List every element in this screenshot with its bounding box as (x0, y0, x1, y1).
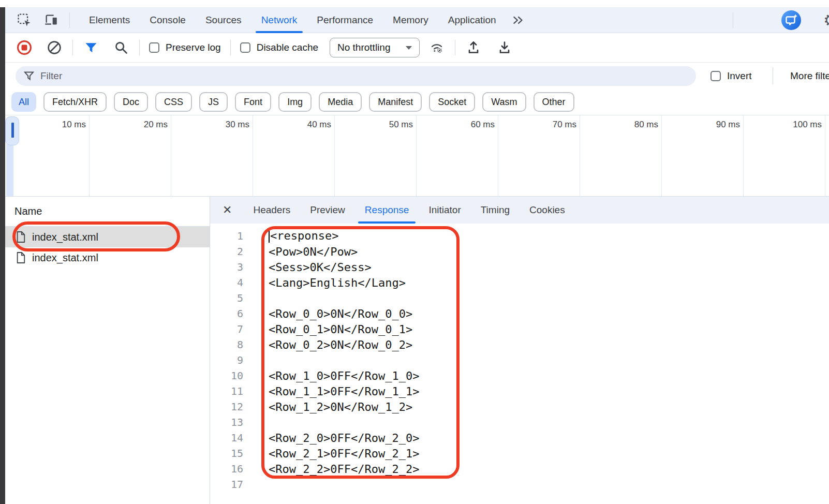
line-number: 14 (210, 432, 246, 444)
network-split-view: Name index_stat.xml index_stat.xml (5, 197, 829, 504)
more-tabs-chevron-icon[interactable] (509, 11, 527, 29)
line-number: 15 (210, 447, 246, 459)
chip-js[interactable]: JS (199, 92, 228, 112)
timeline-tick-label: 10 ms (62, 120, 86, 130)
document-icon (16, 251, 26, 264)
request-row-selected[interactable]: index_stat.xml (5, 227, 210, 247)
code-line: 7<Row_0_1>0N</Row_0_1> (210, 321, 829, 337)
code-line: 10<Row_1_0>0FF</Row_1_0> (210, 368, 829, 383)
tab-headers[interactable]: Headers (243, 197, 300, 224)
line-number: 16 (210, 463, 246, 475)
tab-cookies[interactable]: Cookies (520, 197, 575, 224)
timeline-gridline: 60 ms (498, 115, 498, 196)
toolbar-divider (230, 40, 231, 55)
request-row[interactable]: index_stat.xml (5, 247, 210, 268)
filter-input-pill[interactable] (16, 66, 696, 86)
code-line: 1<response> (210, 228, 829, 244)
request-list-panel: Name index_stat.xml index_stat.xml (5, 197, 210, 504)
chip-other[interactable]: Other (534, 92, 574, 112)
timeline-tick-label: 100 ms (793, 120, 822, 130)
preserve-log-label[interactable]: Preserve log (166, 42, 221, 53)
main-tab-bar: Elements Console Sources Network Perform… (5, 7, 829, 33)
code-text: <Row_2_1>0FF</Row_2_1> (269, 447, 419, 460)
timeline-overview[interactable]: 10 ms 20 ms 30 ms 40 ms 50 ms 60 ms 70 m… (5, 115, 829, 197)
tab-sources[interactable]: Sources (196, 7, 251, 33)
line-number: 8 (210, 338, 246, 351)
code-text: <response> (269, 229, 338, 243)
name-column-header[interactable]: Name (5, 197, 210, 227)
invert-checkbox[interactable] (710, 71, 721, 81)
tab-memory[interactable]: Memory (383, 7, 438, 33)
timeline-tick-label: 60 ms (471, 120, 495, 130)
code-text: <Sess>0K</Sess> (269, 261, 372, 274)
code-text: <Pow>0N</Pow> (269, 245, 358, 258)
detail-tab-bar: ✕ Headers Preview Response Initiator Tim… (210, 197, 829, 224)
code-line: 15<Row_2_1>0FF</Row_2_1> (210, 446, 829, 461)
code-text: <Row_1_1>0FF</Row_1_1> (269, 385, 419, 398)
chip-img[interactable]: Img (278, 92, 312, 112)
code-text: <Row_0_1>0N</Row_0_1> (269, 323, 412, 336)
disable-cache-label[interactable]: Disable cache (257, 42, 318, 53)
export-har-icon[interactable] (465, 39, 482, 56)
code-line: 17 (210, 477, 829, 492)
code-text: <Lang>English</Lang> (269, 276, 406, 289)
invert-label[interactable]: Invert (727, 70, 752, 82)
timeline-tick-label: 20 ms (144, 120, 168, 130)
chip-socket[interactable]: Socket (429, 92, 475, 112)
request-name: index_stat.xml (32, 231, 98, 243)
code-text: <Row_1_2>0N</Row_1_2> (269, 401, 412, 413)
line-number: 1 (210, 230, 246, 242)
code-text: <Row_2_0>0FF</Row_2_0> (269, 432, 419, 444)
code-line: 12<Row_1_2>0N</Row_1_2> (210, 399, 829, 414)
code-line: 2<Pow>0N</Pow> (210, 244, 829, 259)
tab-timing[interactable]: Timing (471, 197, 520, 224)
timeline-selection-band[interactable] (6, 144, 13, 196)
throttling-value: No throttling (337, 42, 390, 53)
inspect-element-icon[interactable] (16, 11, 33, 29)
filter-input[interactable] (40, 70, 661, 82)
network-conditions-icon[interactable] (428, 39, 446, 56)
background-page-strip (0, 7, 5, 504)
code-line: 9 (210, 352, 829, 368)
search-icon[interactable] (112, 39, 130, 56)
chip-wasm[interactable]: Wasm (482, 92, 526, 112)
record-icon[interactable] (16, 39, 33, 56)
code-text: <Row_1_0>0FF</Row_1_0> (269, 369, 419, 382)
ai-assistant-icon[interactable] (781, 10, 801, 30)
tab-application[interactable]: Application (438, 7, 506, 33)
timeline-gridline: 70 ms (580, 115, 580, 196)
tab-preview[interactable]: Preview (300, 197, 355, 224)
tab-elements[interactable]: Elements (79, 7, 140, 33)
import-har-icon[interactable] (496, 39, 513, 56)
tab-console[interactable]: Console (140, 7, 196, 33)
clear-icon[interactable] (46, 39, 63, 56)
response-body-viewer[interactable]: 1<response> 2<Pow>0N</Pow> 3<Sess>0K</Se… (210, 224, 829, 492)
chip-css[interactable]: CSS (155, 92, 192, 112)
timeline-selection-handle[interactable] (5, 116, 19, 145)
code-line: 16<Row_2_2>0FF</Row_2_2> (210, 461, 829, 477)
chip-doc[interactable]: Doc (114, 92, 148, 112)
filter-funnel-icon[interactable] (82, 39, 100, 56)
gear-icon[interactable]: ⚙ (823, 10, 829, 31)
tab-response[interactable]: Response (355, 197, 419, 224)
line-number: 6 (210, 307, 246, 320)
chip-all[interactable]: All (11, 92, 36, 112)
preserve-log-checkbox[interactable] (149, 42, 159, 53)
chip-font[interactable]: Font (235, 92, 271, 112)
request-detail-panel: ✕ Headers Preview Response Initiator Tim… (210, 197, 829, 504)
tab-performance[interactable]: Performance (307, 7, 383, 33)
filter-outline-icon (23, 70, 35, 82)
chip-media[interactable]: Media (319, 92, 362, 112)
tab-initiator[interactable]: Initiator (419, 197, 470, 224)
code-text: <Row_0_2>0N</Row_0_2> (269, 338, 412, 351)
toolbar-divider (69, 12, 70, 28)
more-filters-button[interactable]: More filters (790, 63, 829, 89)
disable-cache-checkbox[interactable] (240, 42, 250, 53)
tab-network[interactable]: Network (251, 7, 307, 33)
close-icon[interactable]: ✕ (223, 204, 232, 216)
device-toolbar-icon[interactable] (42, 11, 60, 29)
chip-manifest[interactable]: Manifest (369, 92, 422, 112)
throttling-select[interactable]: No throttling (330, 38, 420, 57)
chip-fetch-xhr[interactable]: Fetch/XHR (43, 92, 107, 112)
line-number: 7 (210, 323, 246, 335)
